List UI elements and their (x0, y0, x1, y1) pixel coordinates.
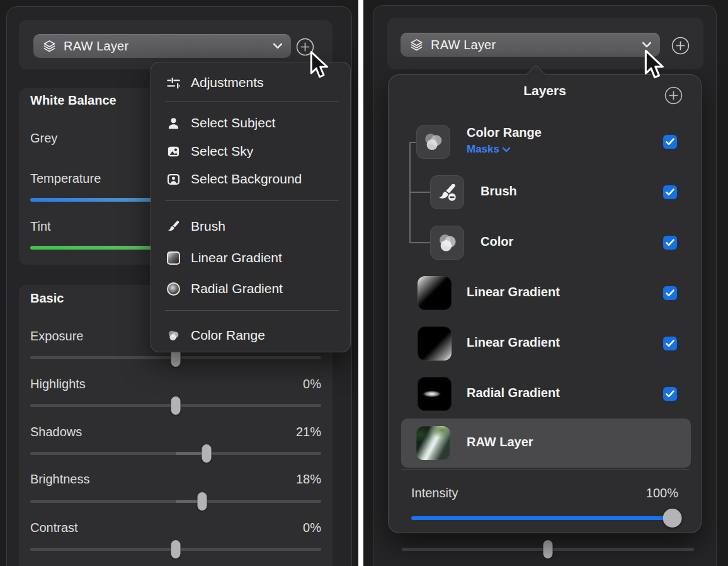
popover-divider (401, 470, 690, 470)
layer-visibility-checkbox[interactable] (663, 135, 677, 149)
shadows-slider[interactable] (30, 452, 321, 455)
layer-name: Radial Gradient (467, 386, 560, 400)
intensity-thumb[interactable] (663, 509, 682, 528)
intensity-slider[interactable] (411, 516, 680, 520)
radial-gradient-icon (165, 282, 181, 296)
layers-title: Layers (389, 83, 701, 98)
check-icon (666, 188, 674, 196)
right-layer-selector[interactable]: RAW Layer (401, 33, 660, 57)
white-balance-title: White Balance (30, 93, 117, 108)
layer-name: Color Range (467, 125, 542, 140)
layer-visibility-checkbox[interactable] (663, 236, 677, 250)
raw-layer-photo-thumbnail[interactable] (416, 426, 450, 460)
basic-title: Basic (30, 291, 64, 306)
layer-visibility-checkbox[interactable] (663, 185, 677, 199)
menu-item-select-sky[interactable]: Select Sky (151, 138, 350, 165)
layer-name: Color (481, 234, 513, 249)
layer-row-brush[interactable]: Brush (389, 168, 701, 217)
menu-divider (165, 101, 339, 102)
sky-image-icon (165, 144, 181, 159)
grey-label: Grey (30, 131, 57, 146)
layer-name: Brush (481, 184, 517, 199)
layer-name: Linear Gradient (467, 285, 560, 299)
layer-visibility-checkbox[interactable] (663, 337, 677, 350)
menu-divider (165, 310, 339, 311)
check-icon (666, 138, 674, 146)
layer-name: Linear Gradient (467, 335, 560, 350)
menu-item-linear-gradient[interactable]: Linear Gradient (151, 245, 350, 271)
menu-item-select-background[interactable]: Select Background (151, 166, 350, 192)
layers-popover: Layers Color Range Masks (388, 74, 702, 533)
color-range-layer-thumbnail[interactable] (416, 125, 450, 159)
menu-item-label: Linear Gradient (191, 250, 282, 265)
radial-gradient-thumbnail[interactable] (418, 377, 452, 411)
layers-icon (409, 38, 424, 52)
menu-item-color-range[interactable]: Color Range (151, 322, 350, 349)
add-layer-action-button[interactable] (671, 37, 690, 55)
contrast-thumb[interactable] (171, 540, 181, 558)
add-layer-menu: Adjustments Select Subject Select Sky S (151, 62, 351, 352)
temperature-label: Temperature (30, 171, 101, 186)
menu-item-select-subject[interactable]: Select Subject (151, 110, 350, 136)
linear-gradient-thumbnail[interactable] (418, 326, 452, 361)
menu-item-label: Adjustments (191, 75, 264, 90)
layer-visibility-checkbox[interactable] (663, 387, 677, 401)
shadows-thumb[interactable] (202, 444, 211, 463)
layer-name: RAW Layer (467, 435, 533, 449)
color-layer-thumbnail[interactable] (430, 226, 464, 260)
person-frame-icon (165, 172, 181, 187)
chevron-down-icon[interactable] (642, 42, 651, 48)
layer-row-linear-gradient-2[interactable]: Linear Gradient (389, 319, 701, 368)
menu-item-label: Select Background (191, 171, 302, 187)
check-icon (666, 340, 674, 347)
chevron-down-icon (503, 147, 510, 153)
layers-icon (42, 39, 57, 54)
color-range-icon (165, 328, 181, 343)
selected-layer-label: RAW Layer (431, 38, 635, 52)
left-screenshot: RAW Layer White Balance Grey Temperature… (0, 0, 358, 566)
menu-item-label: Radial Gradient (191, 281, 283, 296)
layer-row-color[interactable]: Color (389, 218, 701, 267)
rear-slider-thumb[interactable] (543, 540, 553, 558)
highlights-label: Highlights (30, 377, 86, 391)
intensity-label: Intensity (411, 486, 458, 500)
layer-row-raw-layer[interactable]: RAW Layer (389, 419, 701, 468)
brightness-value: 18% (296, 472, 321, 487)
masks-dropdown[interactable]: Masks (467, 143, 510, 156)
stage: RAW Layer White Balance Grey Temperature… (0, 0, 728, 566)
left-layer-selector[interactable]: RAW Layer (33, 34, 291, 58)
layer-row-color-range[interactable]: Color Range Masks (389, 117, 701, 166)
check-icon (666, 239, 674, 246)
masks-label: Masks (467, 143, 499, 156)
layer-row-linear-gradient-1[interactable]: Linear Gradient (389, 269, 701, 318)
mouse-cursor (310, 50, 329, 83)
brightness-slider[interactable] (30, 500, 321, 503)
brush-layer-thumbnail[interactable] (430, 175, 464, 209)
check-icon (666, 390, 674, 398)
add-layer-button[interactable] (664, 86, 683, 105)
shadows-label: Shadows (30, 425, 82, 439)
highlights-thumb[interactable] (171, 396, 181, 415)
rear-slider[interactable] (402, 548, 694, 551)
intensity-value: 100% (646, 486, 678, 500)
brush-icon (165, 219, 181, 234)
selected-layer-label: RAW Layer (64, 39, 266, 54)
menu-item-label: Select Sky (191, 144, 253, 159)
menu-divider (165, 200, 339, 201)
adjustments-icon (165, 75, 181, 91)
contrast-value: 0% (303, 521, 321, 535)
menu-item-brush[interactable]: Brush (151, 213, 350, 240)
linear-gradient-icon (165, 251, 181, 265)
menu-item-label: Color Range (191, 328, 265, 343)
chevron-down-icon (273, 43, 282, 49)
menu-item-radial-gradient[interactable]: Radial Gradient (151, 275, 350, 302)
linear-gradient-thumbnail[interactable] (418, 276, 452, 310)
layer-row-radial-gradient[interactable]: Radial Gradient (389, 369, 701, 419)
layer-visibility-checkbox[interactable] (663, 286, 677, 300)
person-icon (165, 116, 181, 130)
exposure-slider[interactable] (30, 356, 321, 359)
contrast-slider[interactable] (30, 548, 321, 551)
brightness-thumb[interactable] (197, 492, 207, 511)
exposure-label: Exposure (30, 329, 84, 344)
highlights-slider[interactable] (30, 404, 321, 407)
